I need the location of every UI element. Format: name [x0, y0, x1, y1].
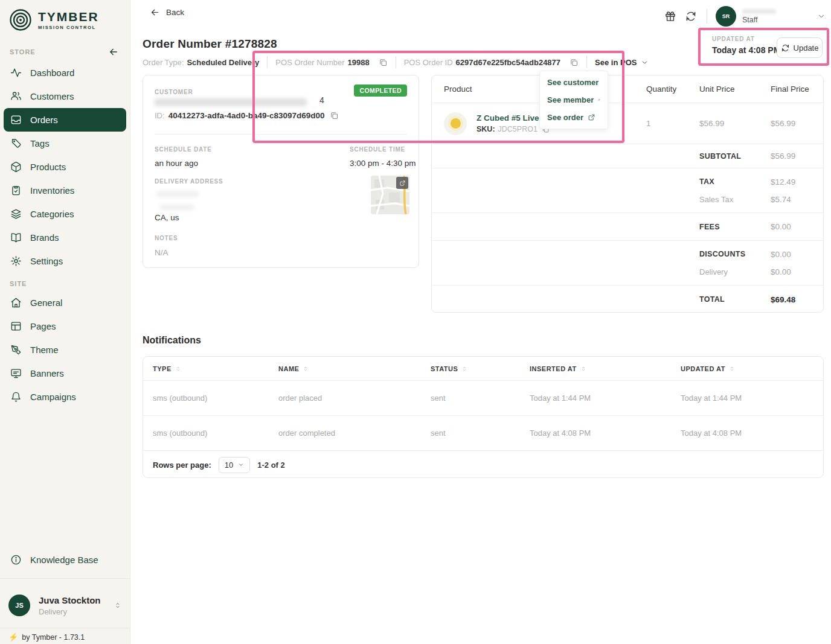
sidebar-item-knowledge-base[interactable]: Knowledge Base [4, 548, 126, 572]
lightning-icon: ⚡ [8, 633, 18, 642]
avatar-initials: JS [15, 602, 23, 609]
sort-icon[interactable] [175, 365, 181, 373]
notifications-header-row: TYPE NAME STATUS INSERTED AT UPDATED AT [143, 357, 823, 381]
col-status: STATUS [431, 365, 458, 372]
app-version: ⚡ by Tymber - 1.73.1 [8, 633, 85, 642]
customer-section-label: CUSTOMER [155, 89, 193, 95]
sidebar-item-campaigns[interactable]: Campaigns [4, 385, 126, 409]
sidebar-item-general[interactable]: General [4, 291, 126, 314]
sort-icon[interactable] [729, 365, 735, 373]
table-pagination: Rows per page: 10 1-2 of 2 [143, 451, 823, 479]
back-button[interactable]: Back [150, 7, 184, 18]
bell-icon [10, 391, 22, 403]
delivery-address-label: DELIVERY ADDRESS [155, 178, 223, 185]
sidebar-item-tags[interactable]: Tags [4, 132, 126, 155]
gift-icon[interactable] [664, 10, 676, 22]
sidebar-item-brands[interactable]: Brands [4, 226, 126, 249]
pos-order-id-value: 6297d67e225fbc54adb24877 [456, 58, 560, 67]
subtotal-row: SUBTOTAL $56.99 [432, 144, 823, 168]
col-updated-at: UPDATED AT [681, 365, 725, 372]
home-icon [10, 297, 22, 308]
tax-value: $12.49 [771, 177, 811, 187]
sidebar-item-products[interactable]: Products [4, 155, 126, 179]
discounts-label: DISCOUNTS [699, 250, 771, 258]
sort-icon[interactable] [303, 365, 309, 373]
schedule-date-value: an hour ago [155, 159, 198, 168]
sidebar: TYMBER MISSION CONTROL STORE Dashboard C… [0, 0, 130, 644]
order-meta-row: Order Type: Scheduled Delivery POS Order… [143, 56, 649, 69]
brand-logo: TYMBER MISSION CONTROL [0, 0, 130, 36]
info-icon [10, 554, 22, 566]
divider [396, 56, 396, 68]
user-menu[interactable]: JS Juva Stockton Delivery [0, 587, 130, 624]
sidebar-item-inventories[interactable]: Inventories [4, 179, 126, 202]
divider [155, 134, 407, 135]
sidebar-item-label: Banners [30, 368, 64, 378]
col-name: NAME [278, 365, 299, 372]
staff-menu[interactable]: SR Staff [716, 6, 826, 27]
notifications-table: TYPE NAME STATUS INSERTED AT UPDATED AT … [143, 356, 824, 478]
schedule-time-value: 3:00 pm - 4:30 pm [350, 159, 416, 168]
sort-icon[interactable] [461, 365, 467, 373]
refresh-icon[interactable] [685, 10, 697, 22]
external-link-icon [399, 180, 406, 187]
schedule-date-label: SCHEDULE DATE [155, 146, 212, 153]
rows-per-page-select[interactable]: 10 [219, 457, 250, 473]
notes-value: N/A [155, 248, 168, 257]
sidebar-item-pages[interactable]: Pages [4, 314, 126, 338]
sidebar-item-settings[interactable]: Settings [4, 249, 126, 273]
map-thumbnail[interactable] [371, 176, 409, 214]
table-row: sms (outbound) order placed sent Today a… [143, 381, 823, 416]
update-button-label: Update [794, 43, 819, 53]
pos-order-id-label: POS Order ID [404, 58, 453, 67]
redacted-customer-name [155, 98, 307, 106]
update-button[interactable]: Update [777, 37, 823, 58]
menu-item-see-member[interactable]: See member [540, 91, 608, 109]
sidebar-item-categories[interactable]: Categories [4, 202, 126, 226]
customer-card: CUSTOMER COMPLETED 4 ID: 40412273-adfa-4… [143, 75, 419, 268]
copy-icon[interactable] [570, 58, 579, 67]
sidebar-item-orders[interactable]: Orders [4, 108, 126, 132]
user-name: Juva Stockton [39, 595, 101, 605]
layout-icon [10, 320, 22, 332]
chevron-down-icon [817, 12, 826, 21]
see-in-pos-dropdown[interactable]: See in POS [595, 58, 649, 67]
delivery-discount-row: Delivery $0.00 [432, 267, 823, 285]
avatar: SR [716, 6, 736, 27]
col-inserted-at: INSERTED AT [530, 365, 577, 372]
delivery-discount-label: Delivery [699, 267, 771, 276]
customer-id-label: ID: [155, 111, 165, 120]
sidebar-item-banners[interactable]: Banners [4, 362, 126, 385]
sidebar-item-label: Categories [30, 209, 74, 219]
order-item-row: Z Cubed #5 Live Rosi SKU: JDC5PRO1 1 $56… [432, 103, 823, 144]
box-icon [10, 161, 22, 173]
external-link-icon [598, 96, 600, 104]
status-badge: COMPLETED [354, 84, 407, 97]
col-unit-price: Unit Price [699, 84, 771, 94]
menu-item-label: See customer [547, 78, 598, 87]
cell-name: order placed [278, 394, 431, 403]
product-thumbnail [444, 112, 467, 135]
copy-icon[interactable] [330, 111, 339, 120]
sku-value: JDC5PRO1 [498, 125, 537, 133]
sidebar-item-customers[interactable]: Customers [4, 84, 126, 108]
menu-item-see-customer[interactable]: See customer [540, 74, 608, 91]
sort-icon[interactable] [580, 365, 586, 373]
delivery-discount-value: $0.00 [771, 267, 811, 276]
chevron-down-icon [641, 59, 649, 66]
sidebar-item-theme[interactable]: Theme [4, 338, 126, 362]
sidebar-item-label: Inventories [30, 185, 74, 196]
external-link-icon [588, 113, 595, 121]
version-text: by Tymber - 1.73.1 [22, 633, 85, 642]
divider [267, 56, 268, 68]
sidebar-item-dashboard[interactable]: Dashboard [4, 61, 126, 84]
collapse-sidebar-icon[interactable] [108, 46, 119, 57]
avatar: JS [8, 595, 30, 616]
cell-inserted-at: Today at 1:44 PM [530, 394, 681, 403]
schedule-time-label: SCHEDULE TIME [350, 146, 405, 153]
menu-item-see-order[interactable]: See order [540, 109, 608, 126]
copy-icon[interactable] [379, 58, 388, 67]
sidebar-item-label: Pages [30, 321, 56, 331]
divider [0, 578, 130, 579]
expand-map-button[interactable] [396, 177, 408, 189]
